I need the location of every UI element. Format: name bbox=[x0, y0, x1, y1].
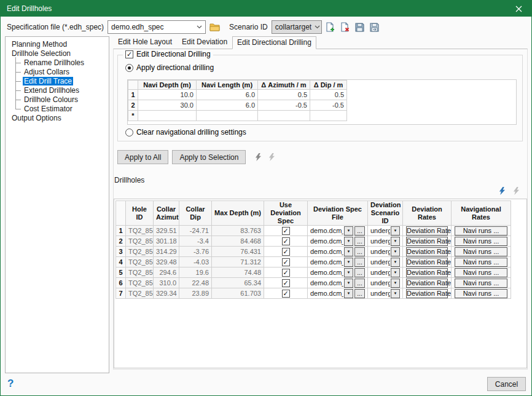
apply-to-selection-button[interactable]: Apply to Selection bbox=[172, 150, 246, 164]
use-deviation-spec-cell: ✓ bbox=[264, 236, 308, 247]
help-button[interactable]: ? bbox=[7, 378, 14, 390]
tab-edit-directional-drilling[interactable]: Edit Directional Drilling bbox=[232, 36, 316, 49]
tab-edit-deviation[interactable]: Edit Deviation bbox=[177, 36, 232, 49]
nav-item-rename-drillholes[interactable]: Rename Drillholes bbox=[15, 58, 109, 68]
scenario-dropdown-button[interactable]: ▼ bbox=[391, 279, 400, 288]
navi-row-header[interactable]: 1 bbox=[128, 90, 138, 100]
deviation-rates-button[interactable]: Deviation Rates... bbox=[406, 268, 448, 277]
navi-cell[interactable] bbox=[258, 111, 310, 121]
navi-row-header[interactable]: 2 bbox=[128, 100, 138, 111]
nav-item-drillhole-selection[interactable]: Drillhole Selection bbox=[10, 49, 109, 58]
use-deviation-checkbox[interactable]: ✓ bbox=[282, 227, 290, 235]
navi-cell[interactable] bbox=[310, 111, 347, 121]
revert-changes-icon[interactable] bbox=[511, 186, 521, 196]
nav-item-edit-drill-trace[interactable]: Edit Drill Trace bbox=[15, 77, 109, 86]
max-depth-cell: 61.703 bbox=[212, 288, 264, 299]
browse-button[interactable]: ... bbox=[354, 247, 365, 256]
dh-row-header[interactable]: 6 bbox=[116, 278, 126, 288]
nav-item-drillhole-colours[interactable]: Drillhole Colours bbox=[15, 95, 109, 105]
navi-runs-button[interactable]: Navi runs ... bbox=[455, 226, 507, 236]
dh-row-header[interactable]: 3 bbox=[116, 247, 126, 257]
nav-item-output-options[interactable]: Output Options bbox=[10, 114, 109, 123]
deviation-rates-button[interactable]: Deviation Rates... bbox=[406, 279, 448, 288]
navi-runs-button[interactable]: Navi runs ... bbox=[455, 279, 507, 288]
navi-row-header[interactable]: * bbox=[128, 111, 138, 121]
spec-file-dropdown-button[interactable]: ▼ bbox=[344, 258, 353, 267]
navi-runs-button[interactable]: Navi runs ... bbox=[455, 268, 507, 277]
deviation-rates-button[interactable]: Deviation Rates... bbox=[406, 226, 448, 236]
delete-scenario-button[interactable] bbox=[339, 21, 351, 33]
navi-cell[interactable] bbox=[197, 111, 258, 121]
deviation-rates-button[interactable]: Deviation Rates... bbox=[406, 237, 448, 246]
spec-file-combo[interactable]: demo.edh_spec bbox=[108, 20, 206, 34]
use-deviation-checkbox[interactable]: ✓ bbox=[282, 248, 290, 256]
spec-file-dropdown-button[interactable]: ▼ bbox=[344, 247, 353, 256]
browse-button[interactable]: ... bbox=[354, 226, 365, 236]
use-deviation-checkbox[interactable]: ✓ bbox=[282, 290, 290, 298]
spec-file-dropdown-button[interactable]: ▼ bbox=[344, 268, 353, 277]
scenario-id-combo[interactable]: collartarget bbox=[272, 20, 322, 34]
navigational-rates-cell: Navi runs ... bbox=[452, 267, 511, 278]
navi-runs-button[interactable]: Navi runs ... bbox=[455, 247, 507, 256]
scenario-dropdown-button[interactable]: ▼ bbox=[391, 247, 400, 256]
navi-cell[interactable]: 6.0 bbox=[197, 100, 258, 111]
browse-button[interactable]: ... bbox=[354, 279, 365, 288]
tab-edit-hole-layout[interactable]: Edit Hole Layout bbox=[113, 36, 177, 49]
use-deviation-checkbox[interactable]: ✓ bbox=[282, 258, 290, 266]
navi-runs-button[interactable]: Navi runs ... bbox=[455, 258, 507, 267]
dh-row-header[interactable]: 2 bbox=[116, 236, 126, 247]
spec-file-dropdown-button[interactable]: ▼ bbox=[344, 237, 353, 246]
dh-row-header[interactable]: 5 bbox=[116, 267, 126, 278]
deviation-rates-button[interactable]: Deviation Rates... bbox=[406, 247, 448, 256]
close-button[interactable] bbox=[506, 1, 531, 17]
apply-to-all-button[interactable]: Apply to All bbox=[117, 150, 168, 164]
scenario-dropdown-button[interactable]: ▼ bbox=[391, 258, 400, 267]
scenario-dropdown-button[interactable]: ▼ bbox=[391, 237, 400, 246]
apply-changes-icon[interactable] bbox=[253, 152, 263, 162]
edit-directional-drilling-checkbox[interactable]: ✓ bbox=[125, 50, 133, 58]
browse-button[interactable]: ... bbox=[354, 258, 365, 267]
dh-row-header[interactable]: 1 bbox=[116, 226, 126, 236]
browse-button[interactable]: ... bbox=[354, 268, 365, 277]
navi-runs-button[interactable]: Navi runs ... bbox=[455, 289, 507, 298]
clear-navigational-drilling-option[interactable]: Clear navigational drilling settings bbox=[125, 128, 246, 137]
deviation-rates-button[interactable]: Deviation Rates... bbox=[406, 258, 448, 267]
navi-cell[interactable]: 0.5 bbox=[310, 90, 347, 100]
scenario-dropdown-button[interactable]: ▼ bbox=[391, 268, 400, 277]
browse-spec-file-button[interactable] bbox=[208, 21, 221, 33]
deviation-rates-button[interactable]: Deviation Rates... bbox=[406, 289, 448, 298]
save-scenario-as-button[interactable] bbox=[369, 21, 381, 33]
navi-cell[interactable]: -0.5 bbox=[258, 100, 310, 111]
nav-item-cost-estimator[interactable]: Cost Estimator bbox=[15, 105, 109, 114]
use-deviation-checkbox[interactable]: ✓ bbox=[282, 279, 290, 287]
apply-directional-drilling-option[interactable]: Apply directional drilling bbox=[125, 63, 214, 72]
revert-changes-icon[interactable] bbox=[267, 152, 276, 162]
save-scenario-button[interactable] bbox=[354, 21, 366, 33]
navi-runs-button[interactable]: Navi runs ... bbox=[455, 237, 507, 246]
browse-button[interactable]: ... bbox=[354, 237, 365, 246]
navi-cell[interactable]: 10.0 bbox=[138, 90, 197, 100]
navi-cell[interactable]: -0.5 bbox=[310, 100, 347, 111]
spec-file-dropdown-button[interactable]: ▼ bbox=[344, 279, 353, 288]
scenario-dropdown-button[interactable]: ▼ bbox=[391, 289, 400, 298]
navi-cell[interactable] bbox=[138, 111, 197, 121]
navi-cell[interactable]: 30.0 bbox=[138, 100, 197, 111]
nav-item-extend-drillholes[interactable]: Extend Drillholes bbox=[15, 86, 109, 95]
scenario-dropdown-button[interactable]: ▼ bbox=[391, 226, 400, 236]
deviation-spec-file-value: demo.dcm_spe bbox=[310, 237, 343, 245]
spec-file-dropdown-button[interactable]: ▼ bbox=[344, 226, 353, 236]
spec-file-dropdown-button[interactable]: ▼ bbox=[344, 289, 353, 298]
dh-row-header[interactable]: 4 bbox=[116, 257, 126, 267]
nav-item-adjust-collars[interactable]: Adjust Collars bbox=[15, 68, 109, 77]
navi-cell[interactable]: 6.0 bbox=[197, 90, 258, 100]
new-scenario-button[interactable] bbox=[324, 21, 337, 33]
use-deviation-checkbox[interactable]: ✓ bbox=[282, 269, 290, 277]
dh-row-header[interactable]: 7 bbox=[116, 288, 126, 299]
apply-changes-icon[interactable] bbox=[497, 186, 507, 196]
navi-cell[interactable]: 0.5 bbox=[258, 90, 310, 100]
cancel-button[interactable]: Cancel bbox=[487, 377, 526, 391]
dh-corner-header bbox=[116, 201, 126, 226]
nav-item-planning-method[interactable]: Planning Method bbox=[10, 40, 109, 49]
use-deviation-checkbox[interactable]: ✓ bbox=[282, 237, 290, 245]
browse-button[interactable]: ... bbox=[354, 289, 365, 298]
